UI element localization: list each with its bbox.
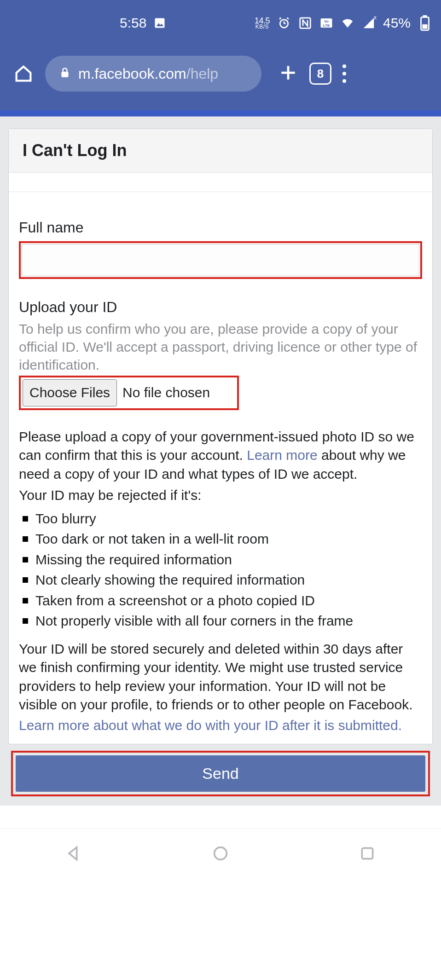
url-bar[interactable]: m.facebook.com/help: [45, 56, 261, 92]
svg-line-5: [279, 18, 281, 19]
choose-files-button[interactable]: Choose Files: [23, 379, 117, 406]
alarm-icon: [277, 16, 291, 30]
list-item: Taken from a screenshot or a photo copie…: [19, 591, 422, 610]
svg-rect-0: [155, 18, 165, 28]
list-item: Too dark or not taken in a well-lit room: [19, 530, 422, 549]
svg-point-19: [215, 847, 227, 860]
learn-more-link[interactable]: Learn more: [247, 447, 317, 463]
svg-text:LTE: LTE: [323, 23, 330, 28]
file-input-highlight: Choose Files No file chosen: [19, 376, 239, 410]
accent-strip: [0, 110, 441, 116]
list-item: Missing the required information: [19, 551, 422, 569]
upload-instructions: Please upload a copy of your government-…: [19, 428, 422, 484]
svg-marker-11: [364, 18, 374, 29]
reject-intro: Your ID may be rejected if it's:: [19, 486, 422, 505]
page-title: I Can't Log In: [9, 129, 432, 173]
svg-line-6: [287, 18, 289, 19]
nfc-icon: [298, 16, 312, 30]
status-time: 5:58: [120, 15, 146, 31]
back-button[interactable]: [64, 844, 83, 864]
android-nav-bar: [0, 829, 441, 879]
home-button[interactable]: [211, 844, 230, 864]
fullname-highlight: [19, 241, 422, 279]
svg-marker-18: [69, 847, 77, 860]
lock-icon: [59, 67, 71, 81]
svg-rect-20: [362, 848, 373, 858]
home-icon[interactable]: [13, 63, 34, 84]
data-rate-indicator: 14.5 KB/S: [255, 17, 270, 29]
learn-more-storage-link[interactable]: Learn more about what we do with your ID…: [19, 716, 422, 735]
reject-reasons-list: Too blurry Too dark or not taken in a we…: [19, 510, 422, 631]
upload-hint: To help us confirm who you are, please p…: [19, 320, 422, 374]
form-card: I Can't Log In Full name Upload your ID …: [8, 128, 433, 744]
storage-info: Your ID will be stored securely and dele…: [19, 640, 422, 714]
fullname-input[interactable]: [22, 244, 419, 276]
send-highlight: Send: [11, 751, 430, 796]
browser-menu-button[interactable]: [342, 64, 346, 83]
recents-button[interactable]: [358, 844, 377, 864]
list-item: Too blurry: [19, 510, 422, 528]
url-text: m.facebook.com/help: [78, 65, 218, 82]
svg-rect-14: [422, 24, 427, 29]
volte-icon: VoLTE: [319, 16, 333, 30]
browser-toolbar: m.facebook.com/help 8: [0, 46, 441, 110]
svg-rect-15: [61, 72, 68, 77]
battery-percent: 45%: [383, 15, 411, 31]
list-item: Not properly visible with all four corne…: [19, 612, 422, 631]
battery-icon: [418, 16, 432, 30]
svg-text:Vo: Vo: [324, 19, 329, 23]
page-background: I Can't Log In Full name Upload your ID …: [0, 116, 441, 806]
wifi-icon: [341, 16, 354, 30]
upload-label: Upload your ID: [19, 297, 422, 317]
send-button[interactable]: Send: [16, 755, 425, 792]
signal-icon: x: [362, 16, 376, 30]
file-status: No file chosen: [117, 380, 235, 406]
fullname-label: Full name: [19, 218, 422, 238]
tabs-button[interactable]: 8: [309, 63, 331, 85]
list-item: Not clearly showing the required informa…: [19, 571, 422, 590]
new-tab-button[interactable]: [278, 63, 298, 85]
android-status-bar: 5:58 14.5 KB/S VoLTE x 45%: [0, 0, 441, 46]
image-icon: [153, 16, 167, 30]
